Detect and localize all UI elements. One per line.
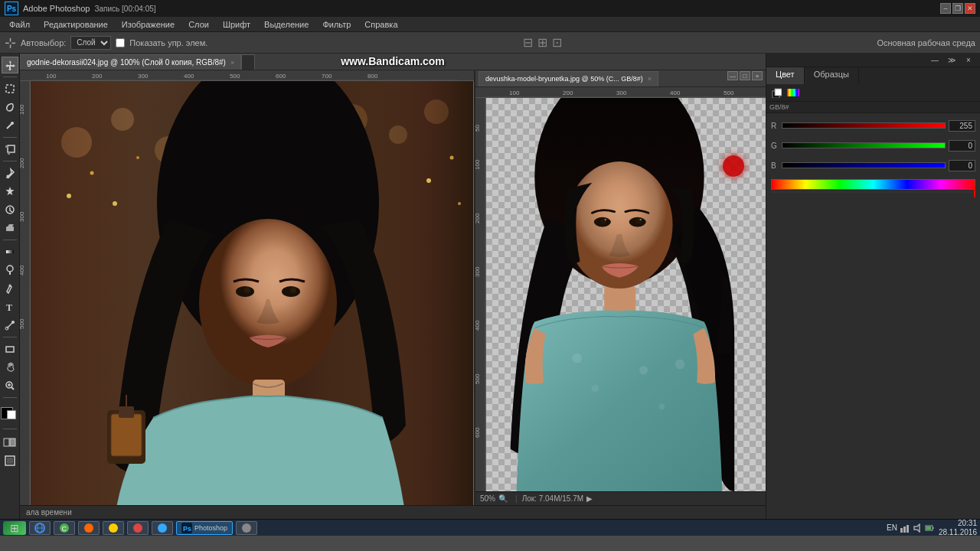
svg-text:500: 500 bbox=[724, 90, 734, 96]
svg-text:500: 500 bbox=[475, 373, 481, 384]
svg-rect-16 bbox=[6, 347, 14, 352]
separator-6 bbox=[3, 397, 17, 398]
minimize-button[interactable]: – bbox=[940, 3, 951, 14]
brush-tool[interactable] bbox=[2, 165, 18, 181]
dodge-tool[interactable] bbox=[2, 262, 18, 279]
taskbar-app3[interactable] bbox=[103, 521, 124, 535]
tab-left-close[interactable]: × bbox=[230, 59, 234, 67]
align-left-icon[interactable]: ⊟ bbox=[523, 35, 533, 50]
pen-tool[interactable] bbox=[2, 280, 18, 297]
fg-color-icon[interactable] bbox=[768, 86, 785, 99]
taskbar-browser[interactable] bbox=[29, 521, 51, 535]
taskbar-app5[interactable] bbox=[152, 521, 173, 535]
taskbar-app6[interactable] bbox=[236, 521, 257, 535]
taskbar: ⊞ C Ps Photoshop EN 20:31 28.11.2016 bbox=[0, 519, 980, 536]
tab-left[interactable]: godnie-dekorasii024.jpg @ 100% (Слой 0 к… bbox=[20, 54, 241, 70]
marquee-tool[interactable] bbox=[2, 80, 18, 97]
panel-close-btn[interactable]: × bbox=[960, 54, 977, 67]
background-color[interactable] bbox=[7, 410, 16, 419]
wand-tool[interactable] bbox=[2, 117, 18, 134]
battery-icon bbox=[925, 523, 934, 533]
move-tool[interactable] bbox=[2, 57, 18, 73]
zoom-tool[interactable] bbox=[2, 377, 18, 394]
stamp-tool[interactable] bbox=[2, 183, 18, 200]
close-button[interactable]: ✕ bbox=[965, 3, 975, 14]
tab-right-doc[interactable]: devushka-model-bryunetka.jpg @ 50% (C...… bbox=[479, 71, 658, 86]
svg-rect-117 bbox=[900, 528, 903, 533]
zoom-icon-right[interactable]: 🔍 bbox=[498, 494, 508, 503]
svg-rect-5 bbox=[8, 152, 10, 155]
eraser-tool[interactable] bbox=[2, 220, 18, 236]
svg-point-100 bbox=[658, 403, 665, 409]
panel-expand-btn[interactable]: ≫ bbox=[943, 54, 960, 67]
canvas-maximize-btn[interactable]: □ bbox=[740, 71, 750, 80]
color-row-g: G bbox=[771, 138, 975, 153]
spectrum-icon[interactable] bbox=[785, 86, 802, 99]
taskbar-ps-active[interactable]: Ps Photoshop bbox=[176, 521, 233, 535]
svg-text:400: 400 bbox=[184, 73, 194, 80]
canvas-close-btn[interactable]: × bbox=[752, 71, 763, 80]
color-tab[interactable]: Цвет bbox=[766, 67, 805, 84]
path-tool[interactable] bbox=[2, 317, 18, 334]
g-label: G bbox=[771, 142, 779, 150]
lasso-tool[interactable] bbox=[2, 99, 18, 116]
swatches-tab[interactable]: Образцы bbox=[805, 67, 859, 84]
rectangle-tool[interactable] bbox=[2, 341, 18, 357]
align-right-icon[interactable]: ⊡ bbox=[552, 35, 562, 50]
slider-thumb bbox=[974, 185, 975, 197]
svg-text:400: 400 bbox=[475, 320, 481, 331]
screen-mode-tool[interactable] bbox=[2, 452, 18, 469]
start-button[interactable]: ⊞ bbox=[3, 521, 26, 535]
tab-right[interactable] bbox=[241, 54, 255, 70]
restore-button[interactable]: ❐ bbox=[952, 3, 963, 14]
color-swatches[interactable] bbox=[1, 404, 19, 422]
svg-rect-119 bbox=[906, 525, 909, 533]
align-center-icon[interactable]: ⊞ bbox=[537, 35, 547, 50]
r-slider[interactable] bbox=[782, 122, 946, 129]
g-slider[interactable] bbox=[782, 142, 946, 148]
volume-icon bbox=[913, 523, 922, 533]
history-tool[interactable] bbox=[2, 201, 18, 218]
b-slider[interactable] bbox=[782, 162, 946, 168]
svg-text:C: C bbox=[62, 525, 67, 533]
layer-select[interactable]: Слой bbox=[70, 36, 111, 50]
g-value[interactable] bbox=[949, 140, 975, 152]
color-mode-row: GB/8# bbox=[766, 102, 980, 113]
text-tool[interactable]: T bbox=[2, 298, 18, 315]
panel-collapse-btn[interactable]: — bbox=[926, 54, 943, 67]
separator-7 bbox=[3, 429, 17, 429]
taskbar-app1[interactable]: C bbox=[54, 521, 75, 535]
svg-point-62 bbox=[426, 178, 431, 183]
menu-file[interactable]: Файл bbox=[3, 18, 36, 31]
gradient-tool[interactable] bbox=[2, 243, 18, 260]
lang-indicator[interactable]: EN bbox=[887, 523, 897, 532]
menu-layers[interactable]: Слои bbox=[182, 18, 215, 31]
r-value[interactable] bbox=[949, 120, 975, 132]
right-panel: — ≫ × Цвет Образцы GB/8# R bbox=[766, 54, 980, 519]
full-spectrum-bar[interactable] bbox=[771, 179, 975, 190]
menu-font[interactable]: Шрифт bbox=[217, 18, 256, 31]
transparent-canvas bbox=[486, 98, 766, 491]
b-value[interactable] bbox=[949, 160, 975, 171]
show-controls-checkbox[interactable] bbox=[116, 38, 125, 47]
svg-rect-123 bbox=[926, 527, 931, 530]
taskbar-app2[interactable] bbox=[78, 521, 100, 535]
svg-point-10 bbox=[7, 266, 13, 272]
menu-filter[interactable]: Фильтр bbox=[316, 18, 357, 31]
svg-text:100: 100 bbox=[509, 90, 520, 96]
hand-tool[interactable] bbox=[2, 359, 18, 376]
quick-mask-tool[interactable] bbox=[2, 434, 18, 451]
slider-pos-indicator bbox=[771, 191, 975, 193]
tab-right-close[interactable]: × bbox=[648, 75, 652, 83]
canvas-minimize-btn[interactable]: — bbox=[727, 71, 738, 80]
menu-image[interactable]: Изображение bbox=[116, 18, 181, 31]
menu-help[interactable]: Справка bbox=[358, 18, 403, 31]
menu-select[interactable]: Выделение bbox=[258, 18, 315, 31]
svg-point-92 bbox=[600, 218, 606, 224]
expand-btn-right[interactable]: ▶ bbox=[586, 494, 593, 503]
separator-4 bbox=[3, 240, 17, 240]
crop-tool[interactable] bbox=[2, 141, 18, 158]
svg-point-12 bbox=[8, 285, 11, 287]
menu-edit[interactable]: Редактирование bbox=[38, 18, 114, 31]
taskbar-app4[interactable] bbox=[127, 521, 149, 535]
